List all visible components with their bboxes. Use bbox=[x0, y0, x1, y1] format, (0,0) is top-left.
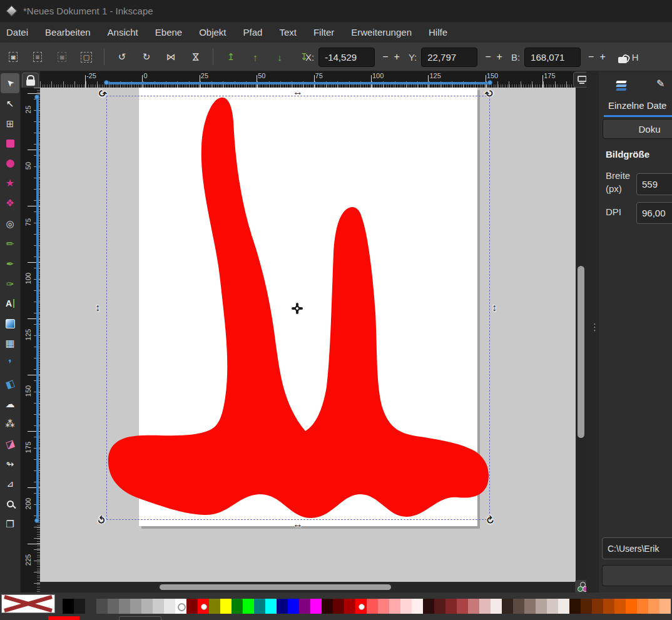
x-plus-button[interactable]: + bbox=[394, 51, 400, 63]
palette-swatch-53[interactable] bbox=[659, 599, 671, 614]
select-all-button[interactable]: ◙ bbox=[5, 49, 21, 65]
skew-handle-left[interactable]: ↕ bbox=[95, 303, 100, 313]
lower-button[interactable]: ↓ bbox=[272, 49, 288, 65]
palette-swatch-16[interactable] bbox=[243, 599, 254, 614]
palette-swatch-24[interactable] bbox=[333, 599, 344, 614]
tool-text[interactable]: A bbox=[1, 293, 19, 313]
status-widget[interactable] bbox=[119, 616, 161, 620]
rotation-center-handle[interactable] bbox=[292, 303, 303, 314]
palette-swatch-5[interactable] bbox=[119, 599, 130, 614]
export-dialog-tab-icon[interactable] bbox=[616, 79, 630, 93]
menu-item-erweiterungen[interactable]: Erweiterungen bbox=[351, 27, 412, 38]
palette-swatch-17[interactable] bbox=[254, 599, 265, 614]
palette-swatch-7[interactable] bbox=[141, 599, 153, 614]
palette-swatch-19[interactable] bbox=[277, 599, 288, 614]
menu-item-ansicht[interactable]: Ansicht bbox=[108, 27, 138, 38]
horizontal-ruler[interactable]: -250255075100125150175 bbox=[40, 71, 576, 88]
palette-swatch-41[interactable] bbox=[524, 599, 536, 614]
tool-node-editor[interactable]: ↖ bbox=[1, 93, 19, 113]
panel-drag-grip[interactable]: ⋮ bbox=[590, 322, 599, 333]
export-dpi-input[interactable]: 96,00 bbox=[636, 202, 672, 224]
palette-swatch-37[interactable] bbox=[479, 599, 491, 614]
tool-tweak[interactable]: ☁ bbox=[1, 394, 19, 414]
raise-button[interactable]: ↑ bbox=[247, 49, 263, 65]
select-same-button[interactable]: ≡ bbox=[29, 49, 46, 65]
horizontal-scrollbar[interactable] bbox=[40, 582, 576, 592]
width-input[interactable]: 168,071 bbox=[524, 48, 581, 67]
palette-swatch-9[interactable] bbox=[164, 599, 175, 614]
palette-swatch-4[interactable] bbox=[108, 599, 119, 614]
palette-swatch-2[interactable] bbox=[85, 599, 96, 614]
rotate-cw-button[interactable]: ↻ bbox=[138, 49, 155, 65]
export-width-input[interactable]: 559 bbox=[636, 173, 672, 195]
tool-box-3d[interactable]: ❖ bbox=[1, 193, 19, 213]
menu-item-datei[interactable]: Datei bbox=[6, 27, 28, 38]
palette-swatch-46[interactable] bbox=[581, 599, 592, 614]
export-area-document-button[interactable]: Doku bbox=[603, 119, 672, 139]
palette-swatch-12[interactable] bbox=[198, 599, 209, 614]
tool-paint-bucket[interactable]: ◧ bbox=[1, 374, 19, 394]
tool-bezier-pen[interactable]: ✒ bbox=[1, 253, 19, 273]
palette-swatch-3[interactable] bbox=[96, 599, 108, 614]
palette-swatch-11[interactable] bbox=[186, 599, 198, 614]
skew-handle-top[interactable]: ↔ bbox=[293, 88, 303, 97]
horizontal-scrollbar-thumb[interactable] bbox=[160, 584, 391, 590]
lock-guides-button[interactable] bbox=[22, 73, 39, 89]
tool-dropper[interactable]: ❜ bbox=[1, 353, 19, 374]
palette-swatch-36[interactable] bbox=[468, 599, 479, 614]
vertical-scrollbar[interactable] bbox=[576, 88, 586, 592]
palette-swatch-20[interactable] bbox=[288, 599, 299, 614]
tool-spray[interactable]: ⁂ bbox=[1, 414, 19, 434]
menu-item-filter[interactable]: Filter bbox=[313, 27, 334, 38]
panel-resize-strip[interactable]: ⋮ bbox=[586, 71, 599, 592]
palette-swatch-23[interactable] bbox=[322, 599, 333, 614]
selection-frame-button[interactable]: ▢ bbox=[78, 49, 94, 65]
palette-swatch-43[interactable] bbox=[547, 599, 558, 614]
palette-swatch-10[interactable] bbox=[175, 599, 186, 614]
tool-eraser[interactable]: ◪ bbox=[1, 434, 19, 454]
menu-item-ebene[interactable]: Ebene bbox=[155, 27, 182, 38]
tool-mesh-gradient[interactable]: ▦ bbox=[1, 333, 19, 353]
tool-spiral[interactable]: ◎ bbox=[1, 213, 19, 233]
palette-swatch-47[interactable] bbox=[592, 599, 603, 614]
tab-single-file[interactable]: Einzelne Date bbox=[608, 100, 666, 111]
palette-swatch-38[interactable] bbox=[491, 599, 502, 614]
palette-swatch-26[interactable] bbox=[355, 599, 367, 614]
flip-horizontal-button[interactable]: ⋈ bbox=[163, 49, 179, 65]
tool-shape-builder[interactable]: ⊞ bbox=[1, 113, 19, 133]
palette-swatch-32[interactable] bbox=[423, 599, 434, 614]
export-path-input[interactable]: C:\Users\Erik bbox=[602, 537, 672, 559]
palette-swatch-22[interactable] bbox=[310, 599, 322, 614]
raise-to-top-button[interactable]: ↥ bbox=[223, 49, 239, 65]
palette-swatch-13[interactable] bbox=[209, 599, 220, 614]
palette-swatch-33[interactable] bbox=[434, 599, 445, 614]
menu-item-objekt[interactable]: Objekt bbox=[199, 27, 226, 38]
palette-swatch-27[interactable] bbox=[367, 599, 378, 614]
palette-swatch-52[interactable] bbox=[648, 599, 659, 614]
palette-swatch-30[interactable] bbox=[400, 599, 412, 614]
palette-swatch-40[interactable] bbox=[513, 599, 524, 614]
vertical-ruler[interactable]: 255075100125150175200225 bbox=[21, 88, 40, 592]
tool-calligraphy[interactable]: ✑ bbox=[1, 273, 19, 293]
skew-handle-bottom[interactable]: ↔ bbox=[293, 519, 303, 529]
tool-gradient[interactable] bbox=[1, 313, 19, 333]
palette-swatch-14[interactable] bbox=[220, 599, 232, 614]
fill-color-indicator[interactable] bbox=[48, 616, 79, 620]
lock-ratio-icon[interactable] bbox=[618, 57, 627, 63]
palette-swatch-0[interactable] bbox=[63, 599, 74, 614]
palette-swatch-42[interactable] bbox=[536, 599, 547, 614]
no-color-swatch[interactable] bbox=[1, 594, 55, 613]
palette-swatch-8[interactable] bbox=[153, 599, 164, 614]
tool-star[interactable]: ★ bbox=[1, 173, 19, 193]
palette-swatch-35[interactable] bbox=[457, 599, 468, 614]
tool-zoom[interactable] bbox=[1, 494, 19, 514]
rotate-ccw-button[interactable]: ↺ bbox=[114, 49, 130, 65]
edit-dialog-tab-icon[interactable]: ✎ bbox=[656, 78, 664, 89]
tool-selector[interactable]: ➤ bbox=[1, 73, 19, 93]
palette-swatch-50[interactable] bbox=[626, 599, 637, 614]
palette-swatch-1[interactable] bbox=[74, 599, 85, 614]
palette-swatch-28[interactable] bbox=[378, 599, 389, 614]
tool-pages[interactable]: ❐ bbox=[1, 514, 19, 534]
palette-swatch-6[interactable] bbox=[130, 599, 141, 614]
palette-swatch-34[interactable] bbox=[445, 599, 457, 614]
